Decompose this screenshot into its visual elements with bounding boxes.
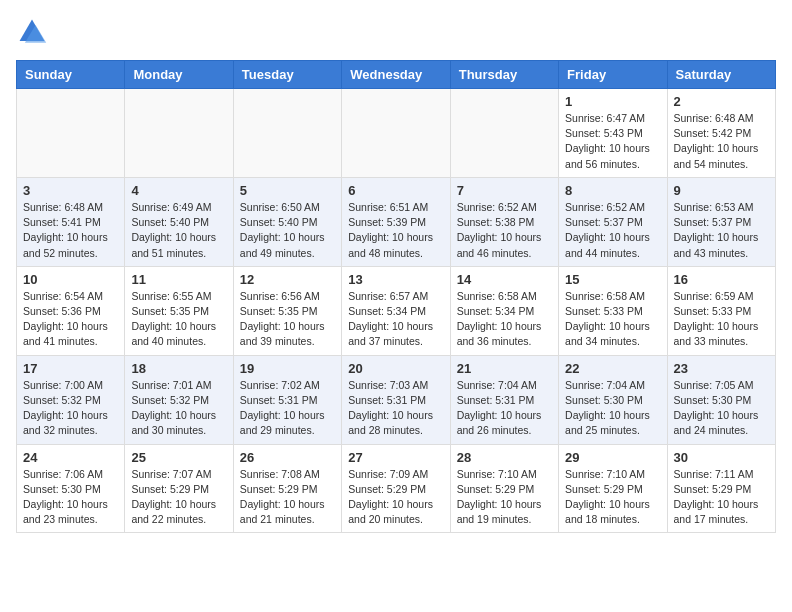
day-number: 19 [240,361,335,376]
calendar-cell: 21Sunrise: 7:04 AM Sunset: 5:31 PM Dayli… [450,355,558,444]
calendar-cell: 16Sunrise: 6:59 AM Sunset: 5:33 PM Dayli… [667,266,775,355]
weekday-header: Thursday [450,61,558,89]
calendar-cell: 24Sunrise: 7:06 AM Sunset: 5:30 PM Dayli… [17,444,125,533]
weekday-header: Tuesday [233,61,341,89]
day-info: Sunrise: 6:58 AM Sunset: 5:34 PM Dayligh… [457,289,552,350]
day-info: Sunrise: 7:01 AM Sunset: 5:32 PM Dayligh… [131,378,226,439]
calendar-cell: 12Sunrise: 6:56 AM Sunset: 5:35 PM Dayli… [233,266,341,355]
calendar-cell: 29Sunrise: 7:10 AM Sunset: 5:29 PM Dayli… [559,444,667,533]
calendar-cell: 9Sunrise: 6:53 AM Sunset: 5:37 PM Daylig… [667,177,775,266]
calendar-cell: 7Sunrise: 6:52 AM Sunset: 5:38 PM Daylig… [450,177,558,266]
calendar-cell: 18Sunrise: 7:01 AM Sunset: 5:32 PM Dayli… [125,355,233,444]
calendar-cell: 8Sunrise: 6:52 AM Sunset: 5:37 PM Daylig… [559,177,667,266]
day-info: Sunrise: 6:50 AM Sunset: 5:40 PM Dayligh… [240,200,335,261]
calendar-cell: 3Sunrise: 6:48 AM Sunset: 5:41 PM Daylig… [17,177,125,266]
day-number: 26 [240,450,335,465]
day-number: 21 [457,361,552,376]
calendar-cell: 13Sunrise: 6:57 AM Sunset: 5:34 PM Dayli… [342,266,450,355]
day-info: Sunrise: 6:57 AM Sunset: 5:34 PM Dayligh… [348,289,443,350]
calendar-cell [342,89,450,178]
calendar-cell: 28Sunrise: 7:10 AM Sunset: 5:29 PM Dayli… [450,444,558,533]
day-info: Sunrise: 7:04 AM Sunset: 5:30 PM Dayligh… [565,378,660,439]
weekday-header: Friday [559,61,667,89]
calendar-cell: 26Sunrise: 7:08 AM Sunset: 5:29 PM Dayli… [233,444,341,533]
calendar-cell [17,89,125,178]
day-number: 17 [23,361,118,376]
day-info: Sunrise: 6:56 AM Sunset: 5:35 PM Dayligh… [240,289,335,350]
calendar-header-row: SundayMondayTuesdayWednesdayThursdayFrid… [17,61,776,89]
day-number: 27 [348,450,443,465]
calendar-cell: 22Sunrise: 7:04 AM Sunset: 5:30 PM Dayli… [559,355,667,444]
calendar-cell: 25Sunrise: 7:07 AM Sunset: 5:29 PM Dayli… [125,444,233,533]
calendar-week-row: 10Sunrise: 6:54 AM Sunset: 5:36 PM Dayli… [17,266,776,355]
day-number: 30 [674,450,769,465]
calendar-cell: 30Sunrise: 7:11 AM Sunset: 5:29 PM Dayli… [667,444,775,533]
day-info: Sunrise: 6:49 AM Sunset: 5:40 PM Dayligh… [131,200,226,261]
day-info: Sunrise: 7:06 AM Sunset: 5:30 PM Dayligh… [23,467,118,528]
day-number: 15 [565,272,660,287]
calendar-week-row: 17Sunrise: 7:00 AM Sunset: 5:32 PM Dayli… [17,355,776,444]
calendar-cell: 10Sunrise: 6:54 AM Sunset: 5:36 PM Dayli… [17,266,125,355]
day-info: Sunrise: 6:52 AM Sunset: 5:37 PM Dayligh… [565,200,660,261]
day-number: 13 [348,272,443,287]
day-info: Sunrise: 7:02 AM Sunset: 5:31 PM Dayligh… [240,378,335,439]
calendar-cell [450,89,558,178]
calendar-cell: 14Sunrise: 6:58 AM Sunset: 5:34 PM Dayli… [450,266,558,355]
day-info: Sunrise: 6:48 AM Sunset: 5:41 PM Dayligh… [23,200,118,261]
day-number: 6 [348,183,443,198]
day-number: 10 [23,272,118,287]
day-info: Sunrise: 6:47 AM Sunset: 5:43 PM Dayligh… [565,111,660,172]
calendar-cell: 23Sunrise: 7:05 AM Sunset: 5:30 PM Dayli… [667,355,775,444]
day-number: 20 [348,361,443,376]
calendar-cell: 11Sunrise: 6:55 AM Sunset: 5:35 PM Dayli… [125,266,233,355]
weekday-header: Monday [125,61,233,89]
day-info: Sunrise: 7:03 AM Sunset: 5:31 PM Dayligh… [348,378,443,439]
day-info: Sunrise: 6:52 AM Sunset: 5:38 PM Dayligh… [457,200,552,261]
day-number: 24 [23,450,118,465]
calendar-table: SundayMondayTuesdayWednesdayThursdayFrid… [16,60,776,533]
calendar-week-row: 24Sunrise: 7:06 AM Sunset: 5:30 PM Dayli… [17,444,776,533]
weekday-header: Saturday [667,61,775,89]
day-number: 4 [131,183,226,198]
calendar-cell: 20Sunrise: 7:03 AM Sunset: 5:31 PM Dayli… [342,355,450,444]
day-info: Sunrise: 6:54 AM Sunset: 5:36 PM Dayligh… [23,289,118,350]
day-info: Sunrise: 6:58 AM Sunset: 5:33 PM Dayligh… [565,289,660,350]
calendar-cell: 17Sunrise: 7:00 AM Sunset: 5:32 PM Dayli… [17,355,125,444]
weekday-header: Sunday [17,61,125,89]
day-info: Sunrise: 7:10 AM Sunset: 5:29 PM Dayligh… [457,467,552,528]
day-number: 5 [240,183,335,198]
calendar-cell: 5Sunrise: 6:50 AM Sunset: 5:40 PM Daylig… [233,177,341,266]
day-number: 14 [457,272,552,287]
calendar-cell [233,89,341,178]
day-number: 8 [565,183,660,198]
calendar-cell: 4Sunrise: 6:49 AM Sunset: 5:40 PM Daylig… [125,177,233,266]
day-info: Sunrise: 6:53 AM Sunset: 5:37 PM Dayligh… [674,200,769,261]
calendar-cell: 1Sunrise: 6:47 AM Sunset: 5:43 PM Daylig… [559,89,667,178]
day-number: 2 [674,94,769,109]
calendar-week-row: 1Sunrise: 6:47 AM Sunset: 5:43 PM Daylig… [17,89,776,178]
day-number: 28 [457,450,552,465]
calendar-cell: 27Sunrise: 7:09 AM Sunset: 5:29 PM Dayli… [342,444,450,533]
page-header [16,16,776,48]
day-info: Sunrise: 6:51 AM Sunset: 5:39 PM Dayligh… [348,200,443,261]
day-number: 22 [565,361,660,376]
day-info: Sunrise: 6:55 AM Sunset: 5:35 PM Dayligh… [131,289,226,350]
day-number: 29 [565,450,660,465]
day-info: Sunrise: 7:09 AM Sunset: 5:29 PM Dayligh… [348,467,443,528]
day-info: Sunrise: 7:11 AM Sunset: 5:29 PM Dayligh… [674,467,769,528]
calendar-cell: 19Sunrise: 7:02 AM Sunset: 5:31 PM Dayli… [233,355,341,444]
day-info: Sunrise: 6:48 AM Sunset: 5:42 PM Dayligh… [674,111,769,172]
day-number: 23 [674,361,769,376]
weekday-header: Wednesday [342,61,450,89]
day-number: 7 [457,183,552,198]
day-number: 1 [565,94,660,109]
logo-icon [16,16,48,48]
day-number: 18 [131,361,226,376]
day-info: Sunrise: 7:04 AM Sunset: 5:31 PM Dayligh… [457,378,552,439]
day-info: Sunrise: 7:08 AM Sunset: 5:29 PM Dayligh… [240,467,335,528]
logo [16,16,52,48]
day-info: Sunrise: 7:07 AM Sunset: 5:29 PM Dayligh… [131,467,226,528]
day-number: 12 [240,272,335,287]
day-info: Sunrise: 6:59 AM Sunset: 5:33 PM Dayligh… [674,289,769,350]
calendar-cell: 2Sunrise: 6:48 AM Sunset: 5:42 PM Daylig… [667,89,775,178]
